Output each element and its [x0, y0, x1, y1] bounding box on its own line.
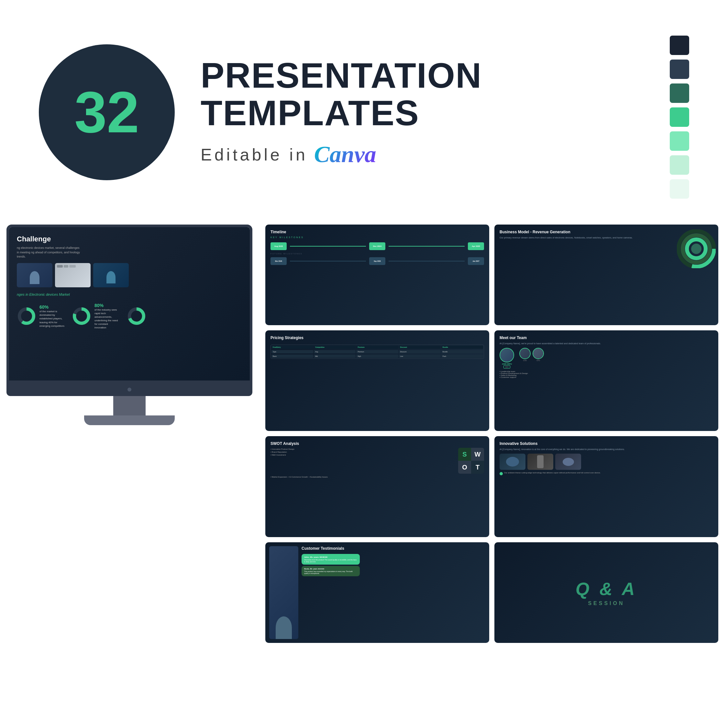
badge-circle: 32 [39, 44, 175, 180]
swatch-4 [670, 107, 689, 127]
monitor-chin [6, 383, 252, 396]
swot-content: • Innovative Product Design• Brand Reput… [271, 448, 484, 474]
qa-text: Q & A [576, 578, 638, 599]
pricing-header-row: Free/Entry Competitive Premium Discount … [271, 345, 484, 349]
swot-o: O [458, 461, 471, 474]
cfo-label: CFO [537, 359, 540, 361]
slides-grid: Timeline KEY MILESTONES Aug 2025 Dec 202… [259, 218, 728, 728]
testimonial-author-2: Nicole, 30+ years ★★★★★ [304, 568, 357, 570]
innovation-body: At [Company Name], innovation is at the … [500, 448, 713, 451]
check-icon [500, 472, 503, 475]
product-img-3 [555, 454, 581, 470]
team-cfo: CFO [532, 348, 544, 361]
team-avatars: JOHN SMITH CEO COO [500, 348, 713, 369]
monitor-images-row [17, 263, 242, 287]
swot-s: S [458, 448, 471, 461]
pricing-col-2: Competitive [314, 346, 356, 349]
pricing-col-5: Bundle [441, 346, 483, 349]
monitor-donut-1: 60% of the market is dominated by establ… [17, 304, 65, 328]
qa-content: Q & A SESSION [494, 542, 718, 643]
donut-chart-3 [127, 306, 146, 326]
swatch-6 [670, 155, 689, 175]
timeline-line-3 [290, 261, 366, 262]
timeline-row-1: Aug 2025 Dec 2024 Apr 2025 [271, 242, 484, 250]
subtitle-text: Editable in [200, 145, 308, 164]
testimonial-bubble-2: Nicole, 30+ years ★★★★★ This product has… [301, 566, 360, 576]
monitor-stand-neck [113, 396, 145, 416]
pricing-row-2: Basic Mid High Low Pack [271, 354, 484, 358]
monitor-slide-content: Challenge ng electronic devices market, … [9, 227, 250, 381]
bottom-section: Challenge ng electronic devices market, … [0, 218, 728, 728]
timeline-line-4 [388, 261, 465, 262]
team-body: At [Company Name], we're proud to have a… [500, 342, 713, 345]
product-img-1 [500, 454, 525, 470]
monitor-wrapper: Challenge ng electronic devices market, … [0, 218, 259, 728]
swot-grid: S W O T [458, 448, 484, 474]
pricing-title: Pricing Strategies [271, 335, 484, 340]
timeline-dot-3: Apr 2025 [468, 242, 484, 250]
team-coo: COO [519, 348, 531, 361]
pricing-col-1: Free/Entry [271, 346, 313, 349]
monitor-highlight: nges in Electronic devices Market [17, 292, 242, 297]
testimonial-text-1: Absolutely love this product! The sound … [304, 559, 357, 563]
slide-thumb-innovation: Innovative Solutions At [Company Name], … [494, 436, 718, 537]
monitor-img-3 [93, 263, 129, 287]
swot-left: • Innovative Product Design• Brand Reput… [271, 448, 456, 457]
ceo-role: CEO [503, 365, 510, 369]
team-departments: • Leadership team • Product Development … [500, 370, 713, 378]
coo-label: COO [523, 359, 527, 361]
testimonial-content: Customer Testimonials John, 40+ years ★★… [301, 546, 485, 639]
donut-chart-1 [17, 306, 36, 326]
donut-chart-2 [72, 306, 91, 326]
swot-w: W [471, 448, 484, 461]
monitor-slide-title: Challenge [17, 235, 242, 243]
slide-thumb-testimonials: Customer Testimonials John, 40+ years ★★… [265, 542, 489, 643]
innovation-check: Our ambient thenar cutting-edge technolo… [500, 472, 713, 475]
pricing-col-3: Premium [356, 346, 398, 349]
team-title: Meet our Team [500, 335, 713, 340]
badge-number: 32 [74, 83, 139, 141]
monitor-donut-3 [127, 306, 146, 326]
testimonial-author-1: John, 40+ years ★★★★★ [304, 556, 357, 558]
future-milestones-label: FUTURE MILESTONES [271, 253, 484, 255]
coo-avatar [519, 348, 531, 359]
ceo-name: JOHN SMITH [502, 363, 512, 365]
swot-t: T [471, 461, 484, 474]
main-title: PRESENTATION TEMPLATES [200, 57, 644, 132]
top-section: 32 PRESENTATION TEMPLATES Editable in Ca… [0, 0, 728, 218]
monitor-slide-body: ng electronic devices market, several ch… [17, 246, 81, 259]
timeline-dot-6: Jan 2027 [468, 257, 484, 265]
testimonial-bubble-1: John, 40+ years ★★★★★ Absolutely love th… [301, 554, 360, 564]
product-img-2 [528, 454, 553, 470]
monitor-camera-dot [127, 388, 132, 392]
swatch-5 [670, 132, 689, 151]
team-row-2: COO CFO [519, 348, 544, 361]
timeline-title: Timeline [271, 230, 484, 234]
slide-thumb-swot: SWOT Analysis • Innovative Product Desig… [265, 436, 489, 537]
swatch-2 [670, 60, 689, 79]
ceo-avatar [500, 348, 514, 362]
pricing-table: Free/Entry Competitive Premium Discount … [271, 344, 484, 359]
monitor-img-2 [55, 263, 90, 287]
qa-subtitle: SESSION [588, 601, 624, 606]
testimonials-title: Customer Testimonials [301, 546, 485, 551]
slide-thumb-timeline: Timeline KEY MILESTONES Aug 2025 Dec 202… [265, 225, 489, 325]
team-ceo: JOHN SMITH CEO [500, 348, 514, 369]
swatch-1 [670, 35, 689, 55]
monitor-donut-2: 80% of the industry sees rapid tech adva… [72, 303, 120, 330]
team-others: COO CFO [519, 348, 544, 369]
swatch-7 [670, 179, 689, 199]
pricing-col-4: Discount [399, 346, 441, 349]
pricing-row-1: Type Avg Premium Discount Bundle [271, 349, 484, 354]
timeline-dot-1: Aug 2025 [271, 242, 287, 250]
slide-thumb-qa: Q & A SESSION [494, 542, 718, 643]
monitor-donut-row: 60% of the market is dominated by establ… [17, 303, 242, 330]
timeline-line-1 [290, 246, 366, 246]
canva-logo: Canva [314, 141, 376, 168]
monitor-screen: Challenge ng electronic devices market, … [6, 225, 252, 383]
timeline-dot-4: Mar 2026 [271, 257, 287, 265]
timeline-dot-2: Dec 2024 [369, 242, 385, 250]
swot-title: SWOT Analysis [271, 441, 484, 446]
slide-thumb-pricing: Pricing Strategies Free/Entry Competitiv… [265, 330, 489, 431]
swatch-3 [670, 84, 689, 103]
